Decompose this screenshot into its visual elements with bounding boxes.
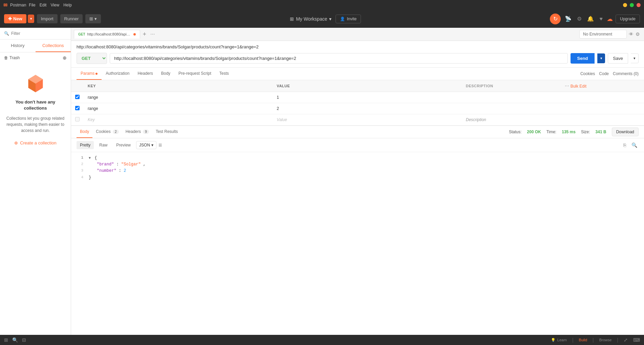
param-desc-new[interactable]: Description	[462, 114, 561, 125]
download-button[interactable]: Download	[612, 128, 639, 136]
title-bar: ✉ Postman File Edit View Help – □ ×	[0, 0, 644, 10]
status-value: 200 OK	[527, 130, 541, 134]
code-line-1: 1 ▼ {	[71, 155, 644, 161]
layout-button[interactable]: ⊞ ▾	[85, 14, 101, 23]
method-select[interactable]: GET POST PUT DELETE	[77, 53, 107, 64]
new-button[interactable]: ✚ New	[4, 14, 26, 23]
divider-1: |	[572, 337, 574, 343]
param-key-1[interactable]: range	[84, 92, 273, 103]
authorization-tab[interactable]: Authorization	[102, 68, 133, 80]
import-button[interactable]: Import	[37, 14, 58, 23]
code-line-4: 4 }	[71, 175, 644, 181]
bulk-edit-button[interactable]: Bulk Edit	[571, 84, 586, 89]
trash-link[interactable]: 🗑 Trash	[4, 55, 20, 60]
copy-button[interactable]: ⎘	[622, 141, 627, 149]
menu-view[interactable]: View	[50, 3, 59, 7]
new-dropdown-arrow[interactable]: ▾	[28, 15, 34, 23]
param-desc-2[interactable]	[462, 103, 561, 114]
brand-value: "Solgar"	[121, 162, 141, 167]
wrap-icon[interactable]: ≡	[158, 142, 162, 149]
new-collection-icon[interactable]: ⊕	[63, 55, 67, 61]
response-test-results-tab[interactable]: Test Results	[152, 126, 181, 138]
param-check-2[interactable]	[75, 106, 80, 110]
headers-tab[interactable]: Headers	[133, 68, 157, 80]
time-label: Time:	[546, 130, 557, 134]
response-body-tab[interactable]: Body	[77, 126, 92, 138]
toolbar-right: ↻ 📡 ⚙ 🔔 ♥ ☁ Upgrade	[550, 14, 640, 24]
more-tabs-button[interactable]: ···	[149, 31, 156, 37]
close-button[interactable]: ×	[637, 3, 641, 7]
sync-button[interactable]: ↻	[550, 14, 561, 24]
invite-button[interactable]: 👤 Invite	[336, 15, 361, 23]
layout-icon[interactable]: ⊞	[4, 337, 8, 343]
preview-tab[interactable]: Preview	[113, 141, 134, 149]
search-status-icon[interactable]: 🔍	[12, 337, 18, 343]
param-value-1[interactable]: 1	[273, 92, 461, 103]
open-brace: {	[94, 156, 97, 160]
env-eye-icon[interactable]: 👁	[629, 31, 634, 37]
create-collection-label: Create a collection	[20, 140, 57, 145]
code-link[interactable]: Code	[599, 71, 609, 76]
upgrade-button[interactable]: Upgrade	[616, 15, 640, 23]
comma-1: ,	[143, 162, 146, 167]
heart-icon-btn[interactable]: ♥	[598, 15, 604, 23]
search-response-button[interactable]: 🔍	[630, 141, 639, 149]
param-check-new[interactable]	[75, 117, 80, 121]
bulb-icon: 💡	[551, 338, 556, 342]
pre-request-tab[interactable]: Pre-request Script	[174, 68, 215, 80]
notification-icon-btn[interactable]: 🔔	[586, 14, 595, 23]
settings-icon-btn[interactable]: ⚙	[576, 14, 583, 23]
create-collection-icon: ⊕	[14, 140, 18, 145]
build-link[interactable]: Build	[579, 338, 587, 342]
collections-tab[interactable]: Collections	[36, 40, 71, 52]
cookies-link[interactable]: Cookies	[580, 71, 595, 76]
code-line-2: 2 "brand" : "Solgar" ,	[71, 161, 644, 168]
save-dropdown-button[interactable]: ▾	[631, 53, 639, 63]
language-select[interactable]: JSON ▾	[136, 141, 156, 149]
pretty-tab[interactable]: Pretty	[77, 141, 94, 149]
save-button[interactable]: Save	[608, 53, 628, 64]
environment-select[interactable]: No Environment	[579, 30, 627, 39]
runner-button[interactable]: Runner	[60, 14, 83, 23]
history-tab[interactable]: History	[0, 40, 36, 52]
satellite-icon-btn[interactable]: 📡	[563, 14, 573, 23]
url-display: http://localhost:8080/api/categories/vit…	[77, 44, 639, 49]
panel-icon[interactable]: ⊟	[22, 337, 26, 343]
send-dropdown-button[interactable]: ▾	[597, 53, 605, 63]
params-more-button[interactable]: ···	[565, 83, 569, 89]
browse-link[interactable]: Browse	[599, 338, 612, 342]
param-value-2[interactable]: 2	[273, 103, 461, 114]
create-collection-button[interactable]: ⊕ Create a collection	[14, 140, 57, 145]
params-tab[interactable]: Params	[77, 68, 102, 80]
menu-help[interactable]: Help	[63, 3, 72, 7]
comments-link[interactable]: Comments (0)	[613, 71, 639, 76]
collapse-arrow[interactable]: ▼	[89, 156, 91, 160]
send-button[interactable]: Send	[571, 53, 595, 64]
maximize-button[interactable]: □	[630, 3, 634, 7]
add-tab-button[interactable]: +	[141, 31, 149, 38]
response-cookies-tab[interactable]: Cookies 2	[92, 126, 122, 138]
param-desc-1[interactable]	[462, 92, 561, 103]
expand-icon[interactable]: ⤢	[624, 337, 628, 343]
request-tab[interactable]: GET http://localhost:8080/api/catego	[74, 30, 140, 39]
menu-file[interactable]: File	[29, 3, 35, 7]
workspace-button[interactable]: ⊞ My Workspace ▾	[290, 16, 331, 22]
param-key-2[interactable]: range	[84, 103, 273, 114]
learn-link[interactable]: 💡 Learn	[551, 338, 567, 342]
invite-label: Invite	[347, 17, 357, 21]
tests-tab[interactable]: Tests	[215, 68, 233, 80]
param-check-1[interactable]	[75, 95, 80, 99]
menu-edit[interactable]: Edit	[40, 3, 47, 7]
status-bar-right: 💡 Learn | Build | Browse | ⤢ ⌨	[551, 337, 640, 343]
status-bar-left: ⊞ 🔍 ⊟	[4, 337, 26, 343]
url-input[interactable]	[110, 53, 568, 64]
filter-input[interactable]	[11, 31, 67, 36]
param-value-new[interactable]: Value	[273, 114, 461, 125]
raw-tab[interactable]: Raw	[96, 141, 111, 149]
minimize-button[interactable]: –	[623, 3, 627, 7]
keyboard-icon[interactable]: ⌨	[633, 337, 640, 343]
param-key-new[interactable]: Key	[84, 114, 273, 125]
body-tab[interactable]: Body	[157, 68, 174, 80]
env-settings-icon[interactable]: ⚙	[636, 31, 640, 37]
response-headers-tab[interactable]: Headers 9	[122, 126, 152, 138]
